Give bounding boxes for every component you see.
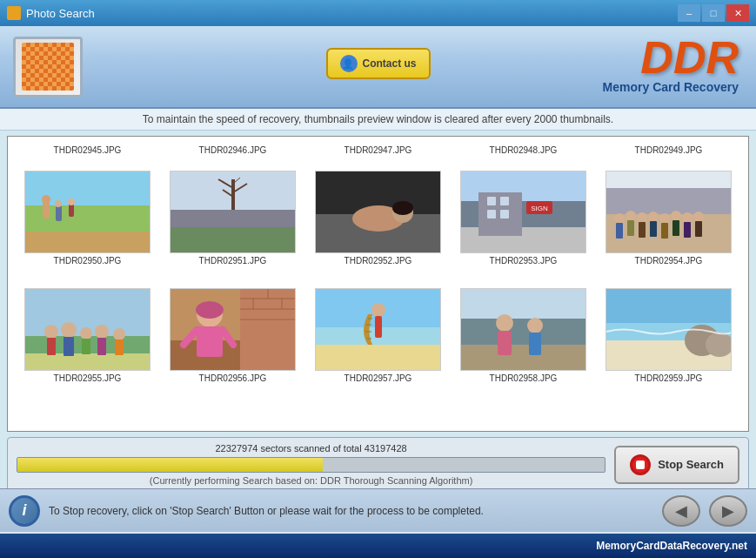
thumbnail-2954 bbox=[605, 171, 732, 253]
thumbnail-2955 bbox=[24, 288, 151, 371]
title-bar: Photo Search – □ ✕ bbox=[0, 0, 756, 26]
status-bar: i To Stop recovery, click on 'Stop Searc… bbox=[0, 488, 756, 532]
svg-rect-82 bbox=[375, 316, 382, 338]
header: 👤 Contact us DDR Memory Card Recovery bbox=[0, 26, 756, 109]
photo-label-2951: THDR02951.JPG bbox=[199, 256, 267, 266]
svg-rect-27 bbox=[500, 197, 509, 205]
svg-point-54 bbox=[44, 325, 58, 339]
thumbnail-2952 bbox=[315, 171, 441, 253]
stop-button-label: Stop Search bbox=[658, 458, 724, 471]
list-item[interactable]: THDR02957.JPG bbox=[305, 284, 451, 387]
app-logo bbox=[13, 37, 83, 97]
info-message: To maintain the speed of recovery, thumb… bbox=[143, 113, 613, 125]
list-item[interactable]: THDR02958.JPG bbox=[451, 284, 596, 387]
close-button[interactable]: ✕ bbox=[726, 4, 749, 22]
svg-point-37 bbox=[626, 211, 636, 221]
list-item[interactable]: THDR02954.JPG bbox=[596, 166, 741, 270]
svg-rect-57 bbox=[64, 337, 74, 356]
svg-rect-40 bbox=[639, 222, 646, 238]
window-controls: – □ ✕ bbox=[678, 4, 749, 22]
stop-icon-inner bbox=[636, 461, 645, 469]
svg-point-49 bbox=[693, 212, 704, 222]
photo-grid-row2: THDR02950.JPG THDR02951.JPG bbox=[8, 159, 748, 277]
photo-label-2956: THDR02956.JPG bbox=[199, 373, 267, 383]
svg-rect-66 bbox=[240, 288, 295, 371]
svg-text:SIGN: SIGN bbox=[531, 205, 548, 212]
contact-label: Contact us bbox=[362, 57, 416, 70]
list-item[interactable]: SIGN THDR02953.JPG bbox=[451, 166, 596, 270]
app-icon bbox=[7, 6, 21, 20]
photo-label-2949: THDR02949.JPG bbox=[596, 141, 741, 159]
ddr-subtitle-text: Memory Card Recovery bbox=[603, 80, 739, 94]
forward-button[interactable]: ▶ bbox=[709, 495, 747, 527]
stop-search-button[interactable]: Stop Search bbox=[614, 446, 739, 484]
svg-point-39 bbox=[637, 212, 647, 223]
svg-point-35 bbox=[614, 213, 625, 224]
photo-label-2952: THDR02952.JPG bbox=[345, 256, 412, 266]
svg-point-21 bbox=[392, 201, 413, 215]
svg-rect-50 bbox=[695, 221, 702, 237]
svg-point-43 bbox=[659, 213, 670, 224]
svg-rect-36 bbox=[616, 223, 623, 239]
thumbnail-2953: SIGN bbox=[460, 171, 586, 253]
logo-checker-pattern bbox=[22, 43, 74, 91]
footer-text: MemoryCardDataRecovery.net bbox=[596, 540, 747, 552]
svg-rect-7 bbox=[69, 204, 74, 217]
thumbnail-2957 bbox=[315, 288, 441, 371]
title-bar-left: Photo Search bbox=[7, 6, 95, 20]
photo-label-2957: THDR02957.JPG bbox=[345, 373, 412, 383]
svg-rect-59 bbox=[82, 339, 90, 354]
photo-label-2953: THDR02953.JPG bbox=[490, 256, 558, 266]
svg-rect-80 bbox=[316, 345, 440, 371]
svg-point-4 bbox=[42, 195, 50, 204]
svg-rect-5 bbox=[56, 205, 62, 221]
minimize-button[interactable]: – bbox=[678, 4, 700, 22]
list-item[interactable]: THDR02952.JPG bbox=[305, 166, 451, 270]
info-icon: i bbox=[9, 495, 40, 527]
list-item[interactable]: THDR02955.JPG bbox=[15, 284, 160, 387]
svg-rect-46 bbox=[672, 220, 679, 236]
svg-rect-26 bbox=[487, 197, 496, 205]
svg-rect-48 bbox=[684, 222, 691, 238]
svg-rect-10 bbox=[171, 210, 295, 227]
svg-rect-89 bbox=[461, 345, 585, 371]
list-item[interactable]: THDR02959.JPG bbox=[596, 284, 741, 387]
photo-label-2955: THDR02955.JPG bbox=[54, 373, 122, 383]
photo-label-2947: THDR02947.JPG bbox=[305, 141, 451, 159]
thumbnail-2956 bbox=[170, 288, 296, 371]
contact-button[interactable]: 👤 Contact us bbox=[325, 48, 430, 79]
photo-label-2958: THDR02958.JPG bbox=[490, 373, 558, 383]
list-item[interactable]: THDR02951.JPG bbox=[160, 166, 305, 270]
info-bar: To maintain the speed of recovery, thumb… bbox=[0, 109, 756, 131]
svg-point-62 bbox=[113, 328, 125, 340]
thumbnail-2951 bbox=[170, 171, 296, 253]
svg-rect-61 bbox=[97, 338, 106, 355]
photo-label-2954: THDR02954.JPG bbox=[635, 256, 703, 266]
window-title: Photo Search bbox=[26, 7, 95, 20]
thumbnail-2959 bbox=[605, 288, 732, 371]
progress-bar-fill bbox=[17, 458, 323, 472]
maximize-button[interactable]: □ bbox=[702, 4, 725, 22]
list-item[interactable]: THDR02950.JPG bbox=[15, 166, 160, 270]
list-item[interactable]: THDR02956.JPG bbox=[160, 284, 305, 387]
thumbnail-2958 bbox=[460, 288, 586, 371]
svg-rect-88 bbox=[461, 319, 585, 345]
thumbnail-2950 bbox=[24, 171, 151, 253]
photo-label-2946: THDR02946.JPG bbox=[160, 141, 305, 159]
stop-icon bbox=[630, 454, 651, 475]
photo-label-2945: THDR02945.JPG bbox=[15, 141, 160, 159]
footer: MemoryCardDataRecovery.net bbox=[0, 534, 756, 558]
svg-point-41 bbox=[648, 212, 659, 222]
svg-rect-38 bbox=[627, 220, 634, 236]
svg-point-56 bbox=[61, 322, 77, 338]
photo-grid-container[interactable]: THDR02945.JPG THDR02946.JPG THDR02947.JP… bbox=[7, 136, 749, 432]
svg-rect-55 bbox=[47, 338, 56, 355]
contact-icon: 👤 bbox=[339, 55, 357, 72]
photo-grid-row3: THDR02955.JPG bbox=[8, 277, 748, 394]
back-button[interactable]: ◀ bbox=[662, 495, 700, 527]
svg-rect-93 bbox=[529, 333, 541, 355]
progress-algorithm-text: (Currently performing Search based on: D… bbox=[17, 475, 605, 486]
svg-point-6 bbox=[55, 200, 62, 207]
ddr-logo: DDR Memory Card Recovery bbox=[603, 35, 739, 94]
progress-area: 22327974 sectors scanned of total 431974… bbox=[7, 437, 749, 492]
